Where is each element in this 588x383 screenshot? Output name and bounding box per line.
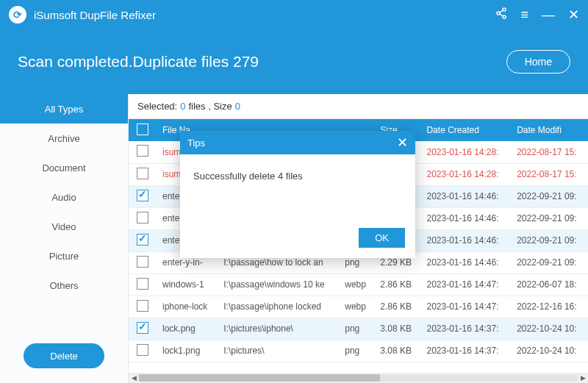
cell: lock1.png xyxy=(157,340,218,362)
svg-point-0 xyxy=(503,8,506,11)
cell: 2023-01-16 14:37: xyxy=(420,340,511,362)
cell: 2022-08-17 15: xyxy=(511,163,588,185)
cell: png xyxy=(339,318,374,340)
row-checkbox[interactable] xyxy=(137,145,148,157)
cell: windows-1 xyxy=(157,273,218,296)
table-row[interactable]: iphone-lockI:\passage\iphone lockedwebp2… xyxy=(129,296,588,318)
share-icon[interactable] xyxy=(495,7,507,23)
delete-button[interactable]: Delete xyxy=(24,343,104,368)
cell: I:\pictures\iphone\ xyxy=(218,318,339,340)
size-label: Size xyxy=(213,101,232,112)
tips-dialog: Tips ✕ Successfully delete 4 files OK xyxy=(180,131,415,258)
row-checkbox[interactable] xyxy=(137,212,148,223)
row-checkbox[interactable] xyxy=(137,256,148,268)
cell: png xyxy=(339,340,374,362)
menu-icon[interactable]: ≡ xyxy=(520,7,528,23)
close-icon[interactable]: ✕ xyxy=(568,7,579,23)
svg-line-4 xyxy=(500,14,503,16)
app-title: iSumsoft DupFile Refixer xyxy=(34,9,495,21)
cell: 2023-01-16 14:37: xyxy=(420,318,511,340)
sidebar-tab-audio[interactable]: Audio xyxy=(0,182,128,212)
cell: iphone-lock xyxy=(157,296,218,318)
cell: 2023-01-16 14:47: xyxy=(420,296,511,318)
cell: I:\passage\windows 10 ke xyxy=(218,273,339,296)
home-button[interactable]: Home xyxy=(506,50,570,74)
cell: 2023-01-16 14:47: xyxy=(420,273,511,296)
svg-line-3 xyxy=(500,10,503,12)
titlebar: ⟳ iSumsoft DupFile Refixer ≡ — ✕ xyxy=(0,0,588,29)
app-logo-icon: ⟳ xyxy=(9,6,26,24)
cell: 2022-06-07 18: xyxy=(511,273,588,296)
cell: 2022-09-21 09: xyxy=(511,251,588,273)
row-checkbox[interactable] xyxy=(137,234,148,246)
dialog-title: Tips xyxy=(187,137,397,148)
column-header[interactable] xyxy=(129,119,157,141)
sidebar-tab-archive[interactable]: Archive xyxy=(0,124,128,153)
horizontal-scrollbar[interactable]: ◀ ▶ xyxy=(129,373,588,383)
scroll-left-icon[interactable]: ◀ xyxy=(129,374,139,382)
row-checkbox[interactable] xyxy=(137,278,148,290)
minimize-icon[interactable]: — xyxy=(542,7,555,23)
dialog-message: Successfully delete 4 files xyxy=(180,154,415,228)
sidebar-tab-document[interactable]: Document xyxy=(0,153,128,182)
cell: 2023-01-16 14:46: xyxy=(420,207,511,229)
selected-label: Selected: xyxy=(137,101,177,112)
scroll-right-icon[interactable]: ▶ xyxy=(578,374,588,382)
size-value: 0 xyxy=(235,101,240,112)
row-checkbox[interactable] xyxy=(137,300,148,312)
cell: lock.png xyxy=(157,318,218,340)
cell: 2022-09-21 09: xyxy=(511,185,588,207)
sidebar-tab-picture[interactable]: Picture xyxy=(0,241,128,271)
select-all-checkbox[interactable] xyxy=(137,124,148,135)
scroll-track[interactable] xyxy=(139,374,578,382)
cell: 2022-08-17 15: xyxy=(511,141,588,163)
column-header[interactable]: Date Created xyxy=(420,119,511,141)
column-header[interactable]: Date Modifi xyxy=(511,119,588,141)
cell: 2022-12-16 16: xyxy=(511,296,588,318)
cell: I:\pictures\ xyxy=(218,340,339,362)
sidebar-tab-others[interactable]: Others xyxy=(0,271,128,300)
sidebar: All TypesArchiveDocumentAudioVideoPictur… xyxy=(0,94,129,383)
cell: 2.86 KB xyxy=(374,296,420,318)
cell: 2.86 KB xyxy=(374,273,420,296)
window-controls: ≡ — ✕ xyxy=(495,7,579,23)
dialog-close-icon[interactable]: ✕ xyxy=(397,135,408,151)
cell: 2023-01-16 14:46: xyxy=(420,229,511,251)
cell: I:\passage\iphone locked xyxy=(218,296,339,318)
row-checkbox[interactable] xyxy=(137,168,148,179)
cell: webp xyxy=(339,296,374,318)
header: Scan completed.Duplicate files 279 Home xyxy=(0,29,588,94)
row-checkbox[interactable] xyxy=(137,322,148,334)
cell: 2022-10-24 10: xyxy=(511,318,588,340)
row-checkbox[interactable] xyxy=(137,190,148,201)
scroll-thumb[interactable] xyxy=(139,374,380,382)
svg-point-1 xyxy=(497,12,500,15)
cell: 2023-01-16 14:46: xyxy=(420,185,511,207)
cell: 2023-01-16 14:28: xyxy=(420,141,511,163)
cell: 3.08 KB xyxy=(374,318,420,340)
files-label: files , xyxy=(188,101,210,112)
svg-point-2 xyxy=(503,15,506,18)
cell: 2022-09-21 09: xyxy=(511,229,588,251)
table-row[interactable]: lock.pngI:\pictures\iphone\png3.08 KB202… xyxy=(129,318,588,340)
sidebar-tab-all-types[interactable]: All Types xyxy=(0,94,128,124)
table-row[interactable]: windows-1I:\passage\windows 10 kewebp2.8… xyxy=(129,273,588,296)
cell: 2022-10-24 10: xyxy=(511,340,588,362)
cell: 2023-01-16 14:46: xyxy=(420,251,511,273)
scan-status: Scan completed.Duplicate files 279 xyxy=(18,53,506,71)
cell: 2023-01-16 14:28: xyxy=(420,163,511,185)
selected-count: 0 xyxy=(180,101,185,112)
table-row[interactable]: lock1.pngI:\pictures\png3.08 KB2023-01-1… xyxy=(129,340,588,362)
dialog-header: Tips ✕ xyxy=(180,131,415,154)
selection-summary: Selected: 0 files , Size 0 xyxy=(129,94,588,119)
sidebar-tab-video[interactable]: Video xyxy=(0,212,128,241)
dialog-ok-button[interactable]: OK xyxy=(359,228,405,248)
cell: 3.08 KB xyxy=(374,340,420,362)
cell: webp xyxy=(339,273,374,296)
cell: 2022-09-21 09: xyxy=(511,207,588,229)
row-checkbox[interactable] xyxy=(137,344,148,356)
